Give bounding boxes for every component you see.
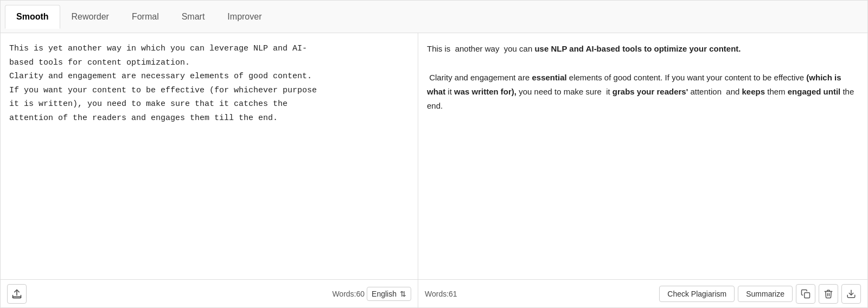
upload-icon: [11, 288, 22, 299]
tab-reworder[interactable]: Reworder: [60, 5, 120, 29]
tab-smart[interactable]: Smart: [170, 5, 216, 29]
download-button[interactable]: [841, 284, 861, 304]
left-word-count: Words:60: [332, 290, 365, 298]
bold-text-6: grabs your readers': [612, 87, 688, 96]
chevron-icon: ⇅: [400, 290, 406, 298]
bold-text-7: keeps: [742, 87, 765, 96]
bold-text-3: essential: [532, 73, 566, 82]
copy-button[interactable]: [796, 284, 815, 304]
output-text-area: This is another way you can use NLP and …: [418, 33, 867, 279]
bold-text-5: was written for),: [454, 87, 516, 96]
left-footer-right: Words:60 English ⇅: [332, 287, 411, 301]
right-footer-buttons: Check Plagiarism Summarize: [659, 284, 861, 304]
bold-text-1: use NLP and AI-based tools: [534, 44, 642, 53]
right-panel: This is another way you can use NLP and …: [418, 33, 867, 307]
download-icon: [846, 289, 856, 299]
tab-improver[interactable]: Improver: [216, 5, 273, 29]
check-plagiarism-button[interactable]: Check Plagiarism: [659, 286, 735, 302]
tab-bar: Smooth Reworder Formal Smart Improver: [1, 1, 867, 33]
left-panel: This is yet another way in which you can…: [1, 33, 418, 307]
right-footer: Words:61 Check Plagiarism Summarize: [418, 279, 867, 307]
language-selector[interactable]: English ⇅: [367, 287, 411, 301]
right-word-count: Words:61: [425, 290, 457, 298]
delete-button[interactable]: [819, 284, 838, 304]
main-content: This is yet another way in which you can…: [1, 33, 867, 307]
tab-smooth[interactable]: Smooth: [5, 5, 60, 29]
left-footer: Words:60 English ⇅: [1, 279, 418, 307]
app-container: Smooth Reworder Formal Smart Improver Th…: [0, 0, 868, 308]
output-paragraph-1: This is another way you can use NLP and …: [427, 42, 859, 56]
upload-button[interactable]: [7, 284, 27, 304]
svg-rect-2: [805, 292, 810, 298]
bold-text-8: engaged until: [788, 87, 841, 96]
summarize-button[interactable]: Summarize: [738, 286, 793, 302]
tab-formal[interactable]: Formal: [120, 5, 170, 29]
output-paragraph-2: Clarity and engagement are essential ele…: [427, 71, 859, 114]
svg-rect-1: [13, 297, 21, 298]
input-text-area[interactable]: This is yet another way in which you can…: [1, 33, 418, 279]
bold-text-2: to optimize your content.: [644, 44, 741, 53]
trash-icon: [824, 289, 833, 299]
language-label: English: [372, 290, 397, 298]
copy-icon: [801, 289, 810, 299]
